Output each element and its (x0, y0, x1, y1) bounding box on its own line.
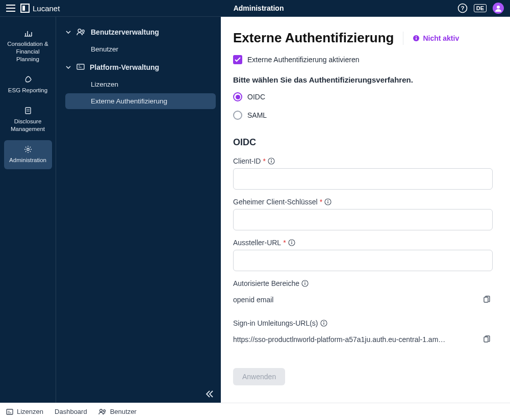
svg-point-6 (27, 148, 29, 150)
svg-point-24 (304, 281, 305, 282)
svg-point-31 (99, 409, 102, 412)
info-icon (413, 35, 420, 42)
svg-rect-23 (304, 283, 305, 285)
brand-name: Lucanet (33, 4, 60, 13)
svg-point-21 (291, 241, 292, 242)
platform-icon (76, 64, 85, 71)
svg-rect-5 (26, 108, 31, 114)
gear-icon (24, 145, 32, 153)
rail-item-label: Consolidation & Financial Planning (6, 40, 50, 63)
svg-text:?: ? (461, 5, 464, 11)
svg-rect-25 (484, 297, 488, 302)
radio-input[interactable] (233, 111, 242, 120)
rail-item-consolidation[interactable]: Consolidation & Financial Planning (4, 24, 52, 68)
nav-item-lizenzen[interactable]: Lizenzen (65, 76, 216, 92)
bottom-item-dashboard[interactable]: Dashboard (55, 408, 87, 415)
nav-group-platform[interactable]: Platform-Verwaltung (61, 58, 216, 76)
svg-rect-20 (291, 242, 292, 244)
nav-item-benutzer[interactable]: Benutzer (65, 41, 216, 57)
scopes-value: openid email (233, 296, 480, 304)
svg-rect-14 (271, 161, 271, 163)
svg-point-28 (323, 321, 324, 322)
svg-point-7 (78, 29, 81, 32)
rail-item-disclosure[interactable]: Disclosure Management (4, 101, 52, 138)
copy-icon[interactable] (480, 294, 493, 306)
label-issuer-url: Aussteller-URL (233, 239, 281, 247)
leaf-icon (24, 75, 32, 84)
users-icon (98, 409, 107, 415)
topbar: Lucanet Administration ? DE (0, 0, 510, 17)
client-secret-input[interactable] (233, 209, 493, 230)
user-avatar[interactable] (493, 3, 504, 14)
hamburger-icon[interactable] (6, 5, 15, 12)
bottom-item-benutzer[interactable]: Benutzer (98, 408, 137, 415)
info-icon[interactable] (288, 239, 295, 246)
svg-rect-30 (7, 409, 13, 414)
issuer-url-input[interactable] (233, 250, 493, 271)
radio-saml[interactable]: SAML (233, 111, 493, 120)
auth-method-prompt: Bitte wählen Sie das Authentifizierungsv… (233, 75, 493, 84)
users-icon (76, 29, 86, 36)
bottom-item-label: Benutzer (110, 408, 137, 415)
status-text: Nicht aktiv (423, 34, 459, 42)
svg-point-12 (416, 36, 417, 37)
client-id-input[interactable] (233, 168, 493, 190)
secondary-nav: Benutzerverwaltung Benutzer Platform-Ver… (56, 17, 221, 403)
license-icon (6, 408, 13, 415)
radio-oidc[interactable]: OIDC (233, 92, 493, 101)
brand-logo: Lucanet (20, 4, 60, 13)
chevron-down-icon (65, 31, 71, 34)
bottom-item-label: Dashboard (55, 408, 87, 415)
svg-point-15 (271, 159, 272, 160)
info-icon[interactable] (320, 320, 327, 327)
redirect-value: https://sso-productlnworld-platform-a57a… (233, 335, 480, 344)
nav-group-label: Benutzerverwaltung (91, 28, 159, 36)
status-badge: Nicht aktiv (413, 34, 459, 42)
document-icon (25, 107, 31, 115)
radio-label: SAML (247, 111, 267, 119)
radio-input[interactable] (233, 92, 242, 101)
svg-point-32 (103, 410, 105, 412)
bottom-bar: Lizenzen Dashboard Benutzer (0, 403, 510, 420)
required-marker: * (283, 239, 286, 247)
copy-icon[interactable] (480, 333, 493, 346)
chart-icon (24, 29, 32, 37)
nav-item-externe-auth[interactable]: Externe Authentifizierung (65, 93, 216, 109)
collapse-nav-icon[interactable] (206, 390, 214, 398)
primary-nav-rail: Consolidation & Financial Planning ESG R… (0, 17, 56, 403)
svg-point-8 (82, 30, 84, 32)
label-scopes: Autorisierte Bereiche (233, 279, 299, 287)
svg-point-4 (497, 6, 500, 9)
enable-checkbox[interactable] (233, 55, 242, 64)
rail-item-label: Administration (9, 156, 46, 164)
nav-group-label: Platform-Verwaltung (90, 63, 159, 71)
required-marker: * (263, 157, 265, 165)
content-area: Externe Authentifizierung Nicht aktiv Ex… (221, 17, 510, 403)
radio-label: OIDC (247, 93, 265, 101)
enable-label: Externe Authentifizierung aktivieren (247, 56, 359, 64)
help-icon[interactable]: ? (457, 3, 468, 13)
language-switch[interactable]: DE (474, 4, 487, 12)
page-title: Administration (60, 4, 457, 12)
rail-item-esg[interactable]: ESG Reporting (4, 70, 52, 99)
info-icon[interactable] (324, 198, 332, 205)
bottom-item-lizenzen[interactable]: Lizenzen (6, 408, 43, 415)
svg-rect-1 (22, 6, 25, 11)
label-client-id: Client-ID (233, 157, 261, 165)
separator (403, 32, 403, 45)
info-icon[interactable] (268, 158, 275, 165)
bottom-item-label: Lizenzen (17, 408, 43, 415)
rail-item-administration[interactable]: Administration (4, 140, 52, 169)
svg-rect-9 (77, 64, 84, 69)
content-heading: Externe Authentifizierung (233, 30, 394, 46)
apply-button[interactable]: Anwenden (233, 368, 285, 385)
svg-point-18 (327, 200, 328, 201)
rail-item-label: ESG Reporting (8, 87, 47, 94)
nav-group-users[interactable]: Benutzerverwaltung (61, 23, 216, 41)
svg-rect-29 (484, 337, 488, 342)
label-client-secret: Geheimer Client-Schlüssel (233, 198, 318, 206)
svg-rect-17 (327, 201, 328, 203)
info-icon[interactable] (301, 280, 309, 287)
section-heading-oidc: OIDC (233, 137, 493, 148)
chevron-down-icon (65, 66, 71, 69)
